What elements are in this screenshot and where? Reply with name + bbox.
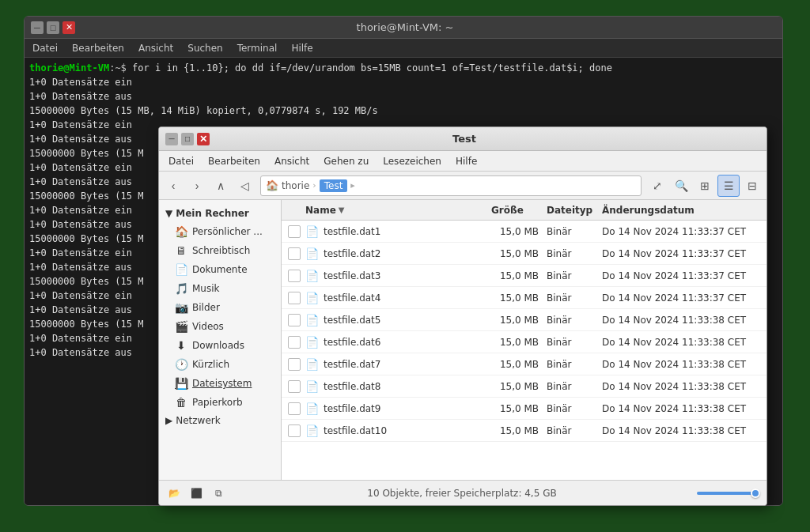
terminal-titlebar: ─ □ ✕ thorie@Mint-VM: ~ bbox=[25, 17, 782, 39]
fm-menu-bearbeiten[interactable]: Bearbeiten bbox=[203, 154, 265, 168]
table-row[interactable]: 📄 testfile.dat5 15,0 MB Binär Do 14 Nov … bbox=[282, 309, 766, 331]
file-name: testfile.dat8 bbox=[324, 381, 491, 392]
file-size: 15,0 MB bbox=[491, 248, 547, 259]
filelist-header: Name ▼ Größe Dateityp Änderungsdatum bbox=[282, 200, 766, 221]
sidebar-item-kuerzlich[interactable]: 🕐 Kürzlich bbox=[159, 355, 281, 374]
fm-window-controls: ─ □ ✕ bbox=[165, 133, 210, 145]
file-date: Do 14 Nov 2024 11:33:37 CET bbox=[602, 248, 760, 259]
fm-minimize-button[interactable]: ─ bbox=[165, 133, 178, 145]
table-row[interactable]: 📄 testfile.dat3 15,0 MB Binär Do 14 Nov … bbox=[282, 265, 766, 287]
terminal-menu-hilfe[interactable]: Hilfe bbox=[288, 43, 316, 54]
table-row[interactable]: 📄 testfile.dat9 15,0 MB Binär Do 14 Nov … bbox=[282, 398, 766, 420]
table-row[interactable]: 📄 testfile.dat1 15,0 MB Binär Do 14 Nov … bbox=[282, 221, 766, 243]
file-type: Binär bbox=[547, 292, 602, 304]
documents-icon: 📄 bbox=[175, 263, 187, 276]
fm-maximize-button[interactable]: □ bbox=[181, 133, 194, 145]
table-row[interactable]: 📄 testfile.dat7 15,0 MB Binär Do 14 Nov … bbox=[282, 353, 766, 375]
sidebar-item-schreibtisch[interactable]: 🖥 Schreibtisch bbox=[159, 241, 281, 260]
file-size: 15,0 MB bbox=[491, 337, 547, 348]
fm-menu-lesezeichen[interactable]: Lesezeichen bbox=[378, 154, 446, 168]
terminal-prompt: thorie@Mint-VM bbox=[29, 62, 109, 74]
back-button[interactable]: ‹ bbox=[162, 175, 184, 197]
terminal-menu-suchen[interactable]: Suchen bbox=[184, 43, 225, 54]
file-checkbox[interactable] bbox=[288, 358, 301, 371]
statusbar-text: 10 Objekte, freier Speicherplatz: 4,5 GB bbox=[232, 488, 692, 499]
file-type: Binär bbox=[547, 403, 602, 414]
file-rows-container: 📄 testfile.dat1 15,0 MB Binär Do 14 Nov … bbox=[282, 221, 766, 442]
sidebar-item-dateisystem[interactable]: 💾 Dateisystem bbox=[159, 374, 281, 393]
fm-menu-ansicht[interactable]: Ansicht bbox=[270, 154, 314, 168]
statusbar-open-location-button[interactable]: 📂 bbox=[165, 485, 183, 502]
file-size: 15,0 MB bbox=[491, 359, 547, 370]
fm-menu-datei[interactable]: Datei bbox=[164, 154, 199, 168]
bookmark-view-button[interactable]: ⤢ bbox=[646, 175, 668, 197]
list-view-button[interactable]: ☰ bbox=[717, 175, 740, 197]
compact-view-button[interactable]: ⊟ bbox=[741, 175, 763, 197]
sidebar-section-mein-rechner[interactable]: ▼ Mein Rechner bbox=[159, 205, 281, 222]
path-home[interactable]: thorie bbox=[282, 180, 309, 191]
up-button[interactable]: ∧ bbox=[210, 175, 232, 197]
music-icon: 🎵 bbox=[175, 282, 187, 295]
sidebar-section-netzwerk[interactable]: ▶ Netzwerk bbox=[159, 412, 281, 429]
file-name: testfile.dat3 bbox=[324, 270, 491, 281]
terminal-close-button[interactable]: ✕ bbox=[62, 21, 75, 34]
fm-close-button[interactable]: ✕ bbox=[197, 133, 210, 145]
terminal-menubar: Datei Bearbeiten Ansicht Suchen Terminal… bbox=[25, 39, 782, 58]
file-type: Binär bbox=[547, 359, 602, 370]
sidebar-item-videos[interactable]: 🎬 Videos bbox=[159, 317, 281, 336]
netzwerk-label: Netzwerk bbox=[176, 415, 220, 426]
icon-view-button[interactable]: ⊞ bbox=[694, 175, 716, 197]
path-current-folder[interactable]: Test bbox=[320, 179, 348, 192]
statusbar-terminal-button[interactable]: ⬛ bbox=[187, 485, 205, 502]
table-row[interactable]: 📄 testfile.dat4 15,0 MB Binär Do 14 Nov … bbox=[282, 287, 766, 309]
sidebar-item-musik[interactable]: 🎵 Musik bbox=[159, 279, 281, 298]
table-row[interactable]: 📄 testfile.dat8 15,0 MB Binär Do 14 Nov … bbox=[282, 375, 766, 398]
file-checkbox[interactable] bbox=[288, 270, 301, 282]
zoom-slider[interactable] bbox=[697, 492, 760, 495]
file-date: Do 14 Nov 2024 11:33:38 CET bbox=[602, 359, 760, 370]
file-checkbox[interactable] bbox=[288, 424, 301, 437]
file-checkbox[interactable] bbox=[288, 314, 301, 326]
sidebar-item-dokumente[interactable]: 📄 Dokumente bbox=[159, 260, 281, 279]
path-expand-arrow[interactable]: ▸ bbox=[350, 180, 355, 191]
sidebar-item-papierkorb[interactable]: 🗑 Papierkorb bbox=[159, 393, 281, 412]
sidebar-item-persoenlich[interactable]: 🏠 Persönlicher ... bbox=[159, 222, 281, 241]
file-checkbox[interactable] bbox=[288, 380, 301, 393]
column-size[interactable]: Größe bbox=[491, 205, 547, 216]
file-checkbox[interactable] bbox=[288, 336, 301, 349]
fm-menu-gehen-zu[interactable]: Gehen zu bbox=[319, 154, 373, 168]
file-size: 15,0 MB bbox=[491, 226, 547, 237]
search-button[interactable]: 🔍 bbox=[670, 175, 692, 197]
terminal-menu-datei[interactable]: Datei bbox=[29, 43, 61, 54]
forward-button[interactable]: › bbox=[186, 175, 208, 197]
sidebar-item-bilder[interactable]: 📷 Bilder bbox=[159, 298, 281, 317]
file-name: testfile.dat1 bbox=[324, 226, 491, 237]
terminal-title: thorie@Mint-VM: ~ bbox=[75, 21, 735, 33]
file-date: Do 14 Nov 2024 11:33:37 CET bbox=[602, 226, 760, 237]
file-checkbox[interactable] bbox=[288, 247, 301, 260]
desktop-icon: 🖥 bbox=[175, 244, 187, 257]
statusbar-sync-button[interactable]: ⧉ bbox=[210, 485, 227, 502]
file-size: 15,0 MB bbox=[491, 425, 547, 436]
file-size: 15,0 MB bbox=[491, 403, 547, 414]
column-date[interactable]: Änderungsdatum bbox=[602, 205, 760, 216]
terminal-menu-terminal[interactable]: Terminal bbox=[234, 43, 281, 54]
file-checkbox[interactable] bbox=[288, 402, 301, 415]
refresh-button[interactable]: ◁ bbox=[233, 175, 255, 197]
file-checkbox[interactable] bbox=[288, 225, 301, 238]
terminal-minimize-button[interactable]: ─ bbox=[31, 21, 44, 34]
column-name[interactable]: Name ▼ bbox=[305, 205, 491, 216]
terminal-menu-bearbeiten[interactable]: Bearbeiten bbox=[69, 43, 127, 54]
table-row[interactable]: 📄 testfile.dat2 15,0 MB Binär Do 14 Nov … bbox=[282, 243, 766, 265]
table-row[interactable]: 📄 testfile.dat10 15,0 MB Binär Do 14 Nov… bbox=[282, 420, 766, 442]
terminal-maximize-button[interactable]: □ bbox=[47, 21, 59, 34]
file-checkbox[interactable] bbox=[288, 292, 301, 304]
terminal-menu-ansicht[interactable]: Ansicht bbox=[135, 43, 176, 54]
zoom-thumb[interactable] bbox=[751, 489, 760, 498]
fm-menu-hilfe[interactable]: Hilfe bbox=[451, 154, 482, 168]
table-row[interactable]: 📄 testfile.dat6 15,0 MB Binär Do 14 Nov … bbox=[282, 331, 766, 353]
fm-body: ▼ Mein Rechner 🏠 Persönlicher ... 🖥 Schr… bbox=[159, 200, 766, 480]
sidebar-item-downloads[interactable]: ⬇ Downloads bbox=[159, 336, 281, 355]
column-type[interactable]: Dateityp bbox=[547, 205, 602, 216]
sidebar-label: Musik bbox=[192, 283, 220, 294]
